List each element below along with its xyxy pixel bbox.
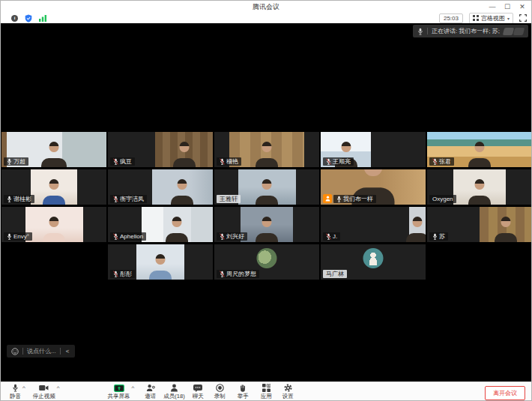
security-shield-icon[interactable] — [25, 14, 32, 22]
participant-tile[interactable]: 疯豆 — [108, 132, 213, 167]
mute-options-chevron[interactable]: ^ — [22, 385, 25, 391]
video-options-chevron[interactable]: ^ — [57, 385, 60, 391]
participant-video — [31, 169, 77, 205]
participant-tile[interactable]: 稽艳 — [214, 132, 319, 167]
tile-footer: 彤彤 — [110, 270, 135, 278]
titlebar: 腾讯会议 — ☐ ✕ — [1, 1, 531, 13]
participant-name-label: 疯豆 — [110, 157, 135, 166]
participant-name-label: 万超 — [4, 157, 28, 166]
person-silhouette — [468, 178, 491, 205]
participant-name: 苏 — [439, 233, 445, 240]
share-options-chevron[interactable]: ^ — [132, 385, 135, 391]
apps-button[interactable]: 应用 — [261, 384, 272, 400]
tile-footer: J. — [323, 232, 340, 241]
participant-tile[interactable]: 彤彤 — [108, 244, 213, 280]
participant-name: 万超 — [13, 158, 25, 165]
participant-tile[interactable]: 我们布一样 — [321, 169, 426, 205]
minimize-button[interactable]: — — [485, 1, 500, 12]
settings-button[interactable]: 设置 — [282, 384, 294, 400]
emoji-icon[interactable] — [11, 348, 19, 355]
participant-name: Envy° — [13, 233, 29, 240]
fullscreen-icon[interactable] — [519, 14, 527, 22]
participant-name-label: 稽艳 — [217, 157, 241, 166]
participant-tile[interactable]: 王雅轩 — [214, 169, 319, 205]
participant-name-label: 彤彤 — [110, 270, 135, 278]
participant-name: 衡宇洁凤 — [120, 196, 144, 202]
close-button[interactable]: ✕ — [515, 1, 530, 12]
stop-video-button[interactable]: 停止视频 — [33, 384, 55, 400]
chat-button[interactable]: 聊天 — [193, 384, 204, 400]
participant-tile[interactable]: Envy° — [1, 207, 106, 242]
collapse-chat-button[interactable]: < — [64, 348, 71, 355]
participant-name-label: Aphelion — [110, 232, 146, 241]
view-mode-switcher[interactable]: 宫格视图 ▾ — [469, 13, 513, 24]
person-silhouette — [173, 140, 196, 167]
participant-name-label: 马广林 — [323, 270, 347, 278]
person-silhouette — [41, 140, 67, 167]
participant-name: Oxygen — [432, 196, 453, 202]
person-silhouette — [256, 215, 278, 242]
mic-status-icon — [7, 233, 12, 240]
view-mode-label: 宫格视图 — [481, 14, 505, 22]
tencent-meeting-window: 腾讯会议 — ☐ ✕ i 25:03 宫格视图 ▾ — [0, 0, 532, 401]
tile-footer: Aphelion — [110, 232, 146, 241]
participant-tile[interactable]: 苏 — [427, 207, 532, 242]
participant-tile[interactable]: 张君 — [427, 132, 532, 167]
participant-tile[interactable]: J. — [321, 207, 426, 242]
record-button[interactable]: 录制 — [214, 384, 226, 400]
participant-name-label: 苏 — [429, 232, 448, 241]
share-screen-button[interactable]: 共享屏幕 — [108, 384, 130, 400]
participant-name-label: 谢桂彬 — [4, 195, 34, 203]
statusbar-right: 25:03 宫格视图 ▾ — [439, 13, 527, 24]
person-silhouette — [256, 178, 278, 205]
participant-tile[interactable]: Oxygen — [427, 169, 532, 205]
tile-footer: 谢桂彬 — [4, 195, 34, 203]
mic-icon — [12, 384, 19, 392]
participant-name: 王顺亮 — [333, 158, 351, 165]
participant-tile[interactable]: 万超 — [1, 132, 106, 167]
leave-meeting-button[interactable]: 离开会议 — [485, 386, 525, 400]
chat-input[interactable]: 说点什么... — [27, 347, 56, 355]
quick-chat-bar: 说点什么... < — [7, 345, 75, 358]
raise-hand-button[interactable]: 举手 — [238, 384, 249, 400]
participant-avatar — [363, 248, 384, 268]
mic-status-icon — [113, 196, 118, 202]
members-icon — [170, 384, 178, 392]
participant-tile[interactable]: 谢桂彬 — [1, 169, 106, 205]
members-button[interactable]: 成员(18) — [163, 384, 184, 400]
mic-status-icon — [432, 158, 438, 165]
participant-tile[interactable]: 周尺的梦想 — [214, 244, 319, 280]
participant-name: 彤彤 — [120, 271, 132, 277]
person-silhouette — [406, 215, 426, 242]
participant-name: 疯豆 — [120, 158, 132, 165]
maximize-button[interactable]: ☐ — [500, 1, 515, 12]
participant-tile[interactable]: 衡宇洁凤 — [108, 169, 213, 205]
active-speaker-text: 正在讲话: 我们布一样; 苏; — [432, 27, 500, 35]
invite-button[interactable]: 邀请 — [145, 384, 156, 400]
participant-tile[interactable]: 王顺亮 — [321, 132, 426, 167]
meeting-timer: 25:03 — [439, 13, 463, 23]
mic-status-icon — [113, 271, 118, 277]
participant-name: Aphelion — [120, 233, 143, 240]
mute-button[interactable]: 静音 — [10, 384, 21, 400]
person-silhouette — [149, 253, 172, 280]
active-speaker-banner: 正在讲话: 我们布一样; 苏; — [413, 25, 528, 37]
tile-footer: 刘兴好 — [217, 232, 247, 241]
participant-name: 谢桂彬 — [13, 196, 31, 202]
participant-tile[interactable]: Aphelion — [108, 207, 213, 242]
tile-footer: 王顺亮 — [323, 157, 354, 166]
person-silhouette — [171, 178, 193, 205]
tile-footer: 稽艳 — [217, 157, 241, 166]
mic-status-icon — [220, 271, 225, 277]
network-signal-icon — [39, 15, 47, 22]
tile-footer: 疯豆 — [110, 157, 135, 166]
participant-tile[interactable]: 马广林 — [321, 244, 426, 280]
participant-name: 刘兴好 — [226, 233, 244, 240]
participant-tile[interactable]: 刘兴好 — [214, 207, 319, 242]
grid-row: 万超 疯豆 — [1, 132, 532, 167]
meeting-info-icon[interactable]: i — [11, 15, 18, 22]
participant-video — [409, 207, 426, 242]
person-silhouette — [43, 178, 65, 205]
participant-video — [480, 207, 532, 242]
participant-video — [155, 132, 213, 167]
